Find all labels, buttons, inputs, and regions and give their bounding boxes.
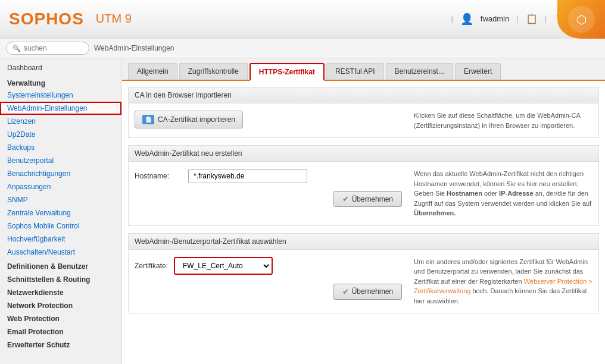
breadcrumb-bar: 🔍 WebAdmin-Einstellungen [0, 39, 605, 58]
separator3: | [545, 14, 547, 23]
cert-select-wrapper: FW_LE_Cert_Auto [174, 257, 273, 275]
import-description: Klicken Sie auf diese Schaltfläche, um d… [414, 112, 580, 129]
auswahlen-apply-label: Übernehmen [352, 287, 393, 296]
section-neu-erstellen: WebAdmin-Zertifikat neu erstellen Hostna… [128, 145, 599, 226]
section-auswahlen-content: Zertifikate: FW_LE_Cert_Auto ✔ [128, 250, 599, 314]
section-auswahlen-left: Zertifikate: FW_LE_Cert_Auto ✔ [135, 257, 402, 300]
webserver-protection-link[interactable]: Webserver Protection > Zertifikatverwalt… [414, 278, 592, 295]
sidebar-item-dashboard[interactable]: Dashboard [0, 61, 121, 74]
sidebar-section-schnittstellen: Schnittstellen & Routing [0, 272, 121, 285]
section-auswahlen-row: Zertifikate: FW_LE_Cert_Auto ✔ [135, 257, 592, 306]
sophos-orb: ⬡ [557, 0, 605, 39]
section-neu-row: Hostname: ✔ Übernehmen Wenn [135, 169, 592, 218]
product-title: UTM 9 [96, 12, 132, 26]
zertifikate-row: Zertifikate: FW_LE_Cert_Auto [135, 257, 402, 275]
tab-benutzereinst[interactable]: Benutzereinst... [386, 63, 453, 80]
sidebar-item-backups[interactable]: Backups [0, 141, 121, 154]
tab-restful-api[interactable]: RESTful API [326, 63, 384, 80]
hostname-label: Hostname: [135, 172, 182, 180]
sidebar-item-lizenzen[interactable]: Lizenzen [0, 115, 121, 128]
section-auswahlen-right: Um ein anderes und/oder signiertes Zerti… [414, 257, 592, 306]
section-import-content: 📄 CA-Zertifikat importieren Klicken Sie … [128, 103, 599, 138]
section-neu-left: Hostname: ✔ Übernehmen [135, 169, 402, 207]
header: SOPHOS UTM 9 | 👤 fwadmin | 📋 | ❓ ↻ ⚙ ⬡ [0, 0, 605, 39]
auswahlen-apply-button[interactable]: ✔ Übernehmen [333, 284, 402, 300]
sidebar-item-ausschalten-neustart[interactable]: Ausschalten/Neustart [0, 246, 121, 259]
sidebar-section-email-protection: Email Protection [0, 324, 121, 337]
sidebar-section-definitionen: Definitionen & Benutzer [0, 259, 121, 272]
search-input[interactable] [24, 44, 83, 52]
orb-inner: ⬡ [568, 6, 595, 33]
sidebar-item-benachrichtigungen[interactable]: Benachrichtigungen [0, 167, 121, 180]
hostname-input[interactable] [188, 169, 307, 183]
breadcrumb: WebAdmin-Einstellungen [94, 44, 174, 52]
sidebar-item-hochverfuegbarkeit[interactable]: Hochverfügbarkeit [0, 233, 121, 246]
section-auswahlen: WebAdmin-/Benutzerportal-Zertifikat ausw… [128, 233, 599, 314]
check-icon-2: ✔ [342, 287, 349, 296]
neu-erstellen-apply-label: Übernehmen [352, 195, 393, 203]
user-icon: 👤 [460, 12, 473, 26]
section-neu-right: Wenn das aktuelle WebAdmin-Zertifikat ni… [414, 169, 592, 218]
tab-zugriffskontrolle[interactable]: Zugriffskontrolle [179, 63, 248, 80]
username: fwadmin [481, 14, 509, 23]
section-import-right: Klicken Sie auf diese Schaltfläche, um d… [414, 111, 592, 130]
sidebar-section-verwaltung: Verwaltung [0, 76, 121, 89]
section-import-header: CA in den Browser importieren [128, 87, 599, 103]
import-icon: 📄 [142, 115, 154, 124]
sidebar-section-network-protection: Network Protection [0, 298, 121, 311]
import-btn-label: CA-Zertifikat importieren [158, 115, 235, 124]
neu-erstellen-apply-button[interactable]: ✔ Übernehmen [333, 191, 402, 207]
section-import-left: 📄 CA-Zertifikat importieren [135, 111, 402, 128]
hostname-row: Hostname: [135, 169, 402, 183]
section-import-row: 📄 CA-Zertifikat importieren Klicken Sie … [135, 111, 592, 130]
section-auswahlen-header: WebAdmin-/Benutzerportal-Zertifikat ausw… [128, 233, 599, 250]
sidebar-item-anpassungen[interactable]: Anpassungen [0, 180, 121, 193]
ca-zertifikat-importieren-button[interactable]: 📄 CA-Zertifikat importieren [135, 111, 243, 128]
tabs-bar: Allgemein Zugriffskontrolle HTTPS-Zertif… [122, 58, 605, 81]
check-icon-1: ✔ [342, 194, 349, 203]
sidebar-item-up2date[interactable]: Up2Date [0, 128, 121, 141]
search-icon: 🔍 [13, 45, 21, 52]
zertifikate-label: Zertifikate: [135, 262, 168, 270]
sidebar-item-webadmin-einstellungen[interactable]: WebAdmin-Einstellungen [0, 102, 121, 115]
sidebar-item-systemeinstellungen[interactable]: Systemeinstellungen [0, 89, 121, 102]
sidebar-item-snmp[interactable]: SNMP [0, 193, 121, 206]
sidebar-item-benutzerportal[interactable]: Benutzerportal [0, 154, 121, 167]
sidebar-section-erweiterter-schutz: Erweiterter Schutz [0, 337, 121, 350]
tab-https-zertifikat[interactable]: HTTPS-Zertifikat [250, 63, 325, 81]
section-neu-content: Hostname: ✔ Übernehmen Wenn [128, 162, 599, 226]
search-box[interactable]: 🔍 [6, 42, 89, 55]
sidebar-section-netzwerkdienste: Netzwerkdienste [0, 285, 121, 298]
sidebar-item-zentrale-verwaltung[interactable]: Zentrale Verwaltung [0, 206, 121, 219]
cert-select[interactable]: FW_LE_Cert_Auto [176, 259, 271, 273]
content-body: CA in den Browser importieren 📄 CA-Zerti… [122, 81, 605, 327]
section-neu-header: WebAdmin-Zertifikat neu erstellen [128, 145, 599, 162]
section-import: CA in den Browser importieren 📄 CA-Zerti… [128, 87, 599, 138]
tab-erweitert[interactable]: Erweitert [455, 63, 501, 80]
sidebar-section-web-protection: Web Protection [0, 311, 121, 324]
sophos-logo: SOPHOS [9, 10, 84, 29]
content-area: Allgemein Zugriffskontrolle HTTPS-Zertif… [122, 58, 605, 364]
tab-allgemein[interactable]: Allgemein [128, 63, 177, 80]
sidebar-item-sophos-mobile-control[interactable]: Sophos Mobile Control [0, 219, 121, 233]
sidebar: Dashboard Verwaltung Systemeinstellungen… [0, 58, 122, 364]
separator2: | [516, 14, 518, 23]
clipboard-icon[interactable]: 📋 [526, 13, 538, 24]
separator1: | [451, 14, 453, 23]
main-layout: Dashboard Verwaltung Systemeinstellungen… [0, 58, 605, 364]
